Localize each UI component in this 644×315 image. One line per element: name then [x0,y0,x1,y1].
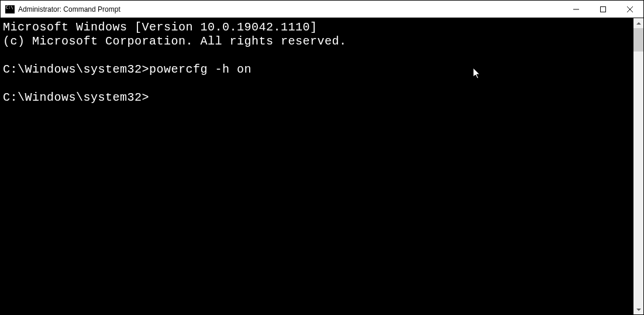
window-controls [563,1,643,18]
prompt-path: C:\Windows\system32> [3,91,149,104]
close-button[interactable] [617,1,643,18]
cmd-icon [5,5,15,13]
close-icon [627,6,633,12]
terminal-output[interactable]: Microsoft Windows [Version 10.0.19042.11… [1,18,633,314]
maximize-button[interactable] [590,1,617,18]
svg-marker-5 [636,309,641,311]
scroll-thumb[interactable] [633,28,643,52]
svg-rect-1 [601,6,606,12]
content-area: Microsoft Windows [Version 10.0.19042.11… [1,18,643,314]
scroll-track[interactable] [633,28,643,304]
titlebar[interactable]: Administrator: Command Prompt [1,1,643,18]
version-line: Microsoft Windows [Version 10.0.19042.11… [3,20,318,34]
copyright-line: (c) Microsoft Corporation. All rights re… [3,35,347,48]
minimize-button[interactable] [563,1,590,18]
svg-marker-4 [636,22,641,25]
maximize-icon [600,6,606,12]
window-title: Administrator: Command Prompt [18,5,563,13]
scroll-down-button[interactable] [633,304,643,314]
chevron-down-icon [636,309,641,311]
chevron-up-icon [636,22,641,25]
minimize-icon [573,6,579,12]
command-text: powercfg -h on [149,63,252,76]
scroll-up-button[interactable] [633,18,643,28]
cmd-window: Administrator: Command Prompt Microsoft … [0,0,644,315]
prompt-path: C:\Windows\system32> [3,63,149,76]
vertical-scrollbar[interactable] [633,18,643,314]
